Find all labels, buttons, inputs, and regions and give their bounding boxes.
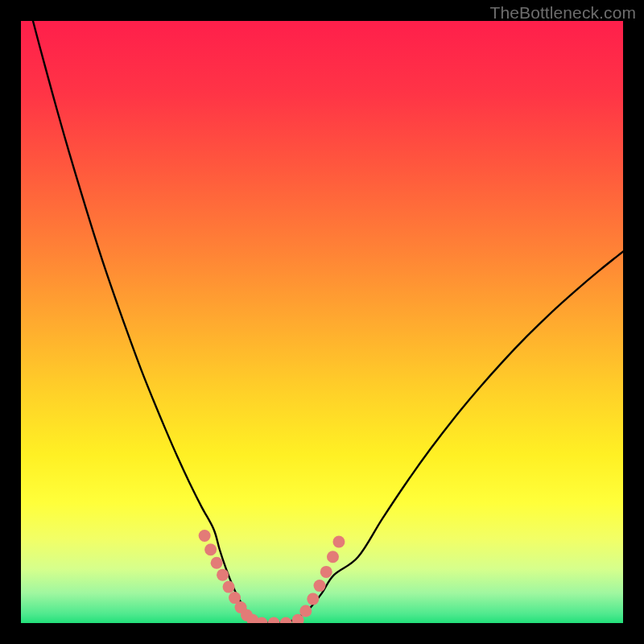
chart-frame: TheBottleneck.com — [0, 0, 644, 644]
watermark-text: TheBottleneck.com — [490, 3, 636, 23]
curve-marker — [307, 593, 319, 605]
curve-marker — [280, 617, 292, 624]
curve-marker — [327, 551, 339, 563]
curve-marker — [332, 536, 345, 548]
bottleneck-curve — [21, 21, 623, 623]
curve-marker — [223, 581, 235, 593]
plot-area — [21, 21, 623, 623]
curve-layer — [21, 21, 623, 623]
curve-marker — [217, 569, 229, 581]
curve-marker — [199, 530, 211, 542]
curve-marker — [211, 557, 223, 569]
curve-markers — [199, 530, 345, 623]
curve-marker — [204, 543, 217, 555]
curve-marker — [299, 605, 312, 617]
curve-marker — [268, 617, 280, 624]
curve-marker — [320, 566, 332, 578]
curve-marker — [314, 580, 326, 592]
